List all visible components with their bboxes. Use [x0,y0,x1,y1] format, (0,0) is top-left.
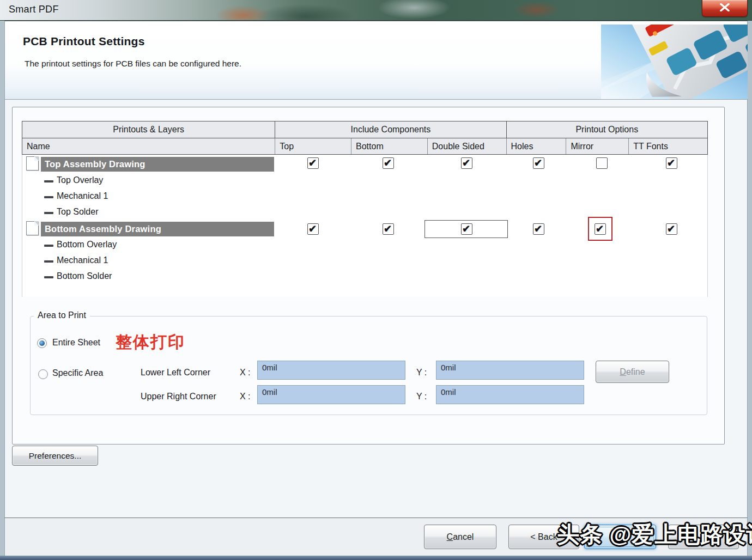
column-header-bottom[interactable]: Bottom [351,138,427,154]
cancel-button[interactable]: Cancel [424,525,496,549]
window-title: Smart PDF [9,4,59,15]
entire-sheet-label[interactable]: Entire Sheet [52,338,100,348]
layer-dash-icon [44,276,53,278]
y-label: Y : [416,392,427,401]
bottom-assembly-bottom-checkbox[interactable] [383,223,394,235]
table-column-header-row: Name Top Bottom Double Sided Holes Mirro… [22,138,707,154]
layer-row-top-solder[interactable]: Top Solder [57,207,99,217]
layer-row-top-overlay[interactable]: Top Overlay [57,175,103,185]
area-to-print-label: Area to Print [34,311,90,320]
layer-row-mechanical-1[interactable]: Mechanical 1 [57,191,108,201]
printout-row-bottom-assembly[interactable]: Bottom Assembly Drawing [41,222,274,236]
upper-right-corner-label: Upper Right Corner [141,392,216,401]
bottom-assembly-mirror-checkbox[interactable] [595,223,606,235]
specific-area-label[interactable]: Specific Area [52,368,103,378]
x-label: X : [240,368,251,378]
group-header-printout-options[interactable]: Printout Options [506,121,707,138]
top-assembly-mirror-checkbox[interactable] [596,157,608,169]
column-header-name[interactable]: Name [22,138,275,154]
pcb-banner-graphic [601,25,748,99]
top-assembly-holes-checkbox[interactable] [533,157,544,169]
lower-left-corner-label: Lower Left Corner [141,368,210,378]
lower-left-x-field[interactable] [257,361,405,380]
y-label: Y : [416,368,427,378]
printout-row-top-assembly[interactable]: Top Assembly Drawing [41,157,274,172]
layer-dash-icon [44,260,53,263]
preferences-button[interactable]: Preferences... [12,446,98,466]
page-subtitle: The printout settings for PCB files can … [25,59,241,69]
printout-table-header: Printouts & Layers Include Components Pr… [22,121,708,155]
layer-row-mechanical-1[interactable]: Mechanical 1 [57,255,108,265]
banner-image [601,25,748,99]
column-header-top[interactable]: Top [275,138,351,154]
bottom-assembly-double-sided-checkbox[interactable] [461,223,472,235]
printout-page-icon [26,221,39,235]
watermark: 头条 @爱上电路设计 [557,520,752,550]
top-assembly-top-checkbox[interactable] [307,157,319,169]
group-header-printouts-layers[interactable]: Printouts & Layers [22,121,275,138]
group-header-include-components[interactable]: Include Components [275,121,506,138]
page-title: PCB Printout Settings [23,35,145,48]
window-bottom-edge [0,556,752,560]
close-button[interactable] [702,0,748,17]
column-header-double-sided[interactable]: Double Sided [427,138,506,154]
bottom-assembly-holes-checkbox[interactable] [533,223,544,235]
entire-sheet-radio[interactable] [37,338,47,348]
bottom-assembly-top-checkbox[interactable] [307,223,319,235]
upper-right-x-field[interactable] [257,385,405,404]
table-group-header-row: Printouts & Layers Include Components Pr… [22,121,707,138]
top-assembly-tt-fonts-checkbox[interactable] [666,157,677,169]
layer-dash-icon [44,180,53,182]
top-assembly-bottom-checkbox[interactable] [383,157,394,169]
define-button[interactable]: Define [596,361,669,383]
annotation-text: 整体打印 [116,331,185,354]
bottom-assembly-tt-fonts-checkbox[interactable] [666,223,677,235]
upper-right-y-field[interactable] [436,385,584,404]
column-header-tt-fonts[interactable]: TT Fonts [628,138,707,154]
column-header-holes[interactable]: Holes [506,138,566,154]
layer-dash-icon [44,245,53,247]
lower-left-y-field[interactable] [436,361,584,380]
window-titlebar[interactable]: Smart PDF [0,0,752,21]
x-label: X : [240,392,251,401]
layer-row-bottom-overlay[interactable]: Bottom Overlay [57,240,117,249]
layer-dash-icon [44,212,53,214]
layer-row-bottom-solder[interactable]: Bottom Solder [57,271,112,281]
printout-page-icon [26,156,39,171]
column-header-mirror[interactable]: Mirror [566,138,628,154]
specific-area-radio[interactable] [38,369,48,379]
close-icon [719,3,730,14]
top-assembly-double-sided-checkbox[interactable] [461,157,472,169]
layer-dash-icon [44,196,53,198]
